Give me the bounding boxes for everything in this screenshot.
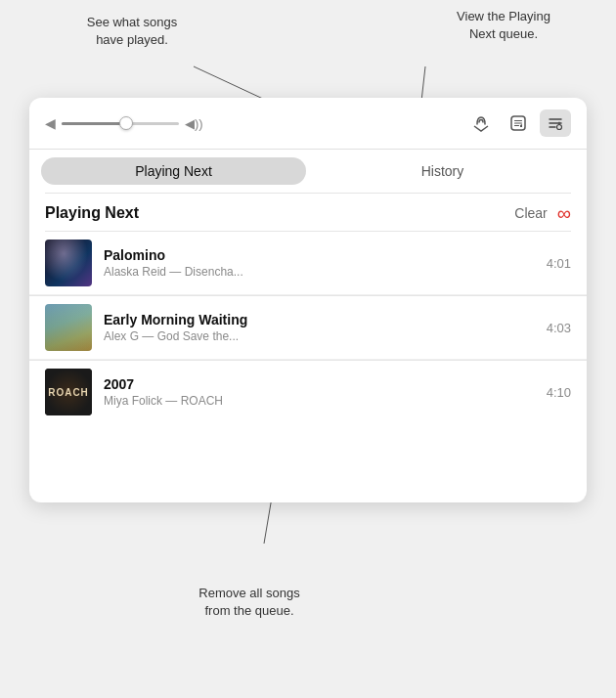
header-actions: Clear ∞	[514, 203, 571, 223]
album-art-2007: ROACH	[45, 369, 92, 415]
song-info-early-morning: Early Morning Waiting Alex G — God Save …	[104, 312, 535, 343]
volume-slider-track[interactable]	[62, 122, 179, 125]
album-art-early-morning	[45, 304, 92, 351]
tab-history[interactable]: History	[310, 157, 575, 185]
song-subtitle-early-morning: Alex G — God Save the...	[104, 329, 535, 343]
song-title-palomino: Palomino	[104, 247, 535, 263]
song-list: Palomino Alaska Reid — Disencha... 4:01 …	[29, 232, 587, 423]
tab-playing-next[interactable]: Playing Next	[41, 157, 306, 185]
infinity-icon[interactable]: ∞	[557, 203, 571, 223]
queue-button[interactable]	[540, 109, 571, 137]
song-subtitle-2007: Miya Folick — ROACH	[104, 394, 535, 408]
section-header: Playing Next Clear ∞	[29, 194, 587, 231]
song-item-early-morning[interactable]: Early Morning Waiting Alex G — God Save …	[29, 296, 587, 360]
airplay-icon	[471, 113, 491, 133]
tab-bar: Playing Next History	[29, 150, 587, 193]
lyrics-icon	[508, 113, 528, 133]
song-item-palomino[interactable]: Palomino Alaska Reid — Disencha... 4:01	[29, 232, 587, 295]
volume-high-icon: ◀))	[185, 116, 203, 131]
song-title-2007: 2007	[104, 376, 535, 392]
song-duration-palomino: 4:01	[547, 256, 571, 271]
song-duration-2007: 4:10	[547, 385, 571, 400]
lyrics-button[interactable]	[503, 109, 534, 137]
song-title-early-morning: Early Morning Waiting	[104, 312, 535, 327]
music-panel: ◀ ◀))	[29, 98, 587, 502]
volume-slider-fill	[62, 122, 126, 125]
annotation-remove: Remove all songs from the queue.	[156, 585, 342, 620]
annotation-history: See what songs have played.	[54, 14, 210, 49]
clear-button[interactable]: Clear	[514, 205, 547, 221]
song-item-2007[interactable]: ROACH 2007 Miya Folick — ROACH 4:10	[29, 361, 587, 423]
toolbar: ◀ ◀))	[29, 98, 587, 150]
song-info-palomino: Palomino Alaska Reid — Disencha...	[104, 247, 535, 279]
toolbar-icons	[465, 109, 571, 137]
volume-control: ◀ ◀))	[45, 115, 454, 131]
album-art-2007-label: ROACH	[48, 387, 89, 398]
section-title: Playing Next	[45, 204, 139, 222]
svg-point-10	[557, 125, 562, 130]
airplay-button[interactable]	[465, 109, 497, 137]
annotation-queue: View the Playing Next queue.	[420, 8, 587, 43]
volume-slider-thumb[interactable]	[119, 116, 133, 130]
volume-low-icon: ◀	[45, 115, 56, 131]
song-subtitle-palomino: Alaska Reid — Disencha...	[104, 265, 535, 279]
queue-icon	[546, 113, 565, 133]
song-duration-early-morning: 4:03	[547, 321, 571, 335]
song-info-2007: 2007 Miya Folick — ROACH	[104, 376, 535, 408]
album-art-palomino	[45, 240, 92, 286]
